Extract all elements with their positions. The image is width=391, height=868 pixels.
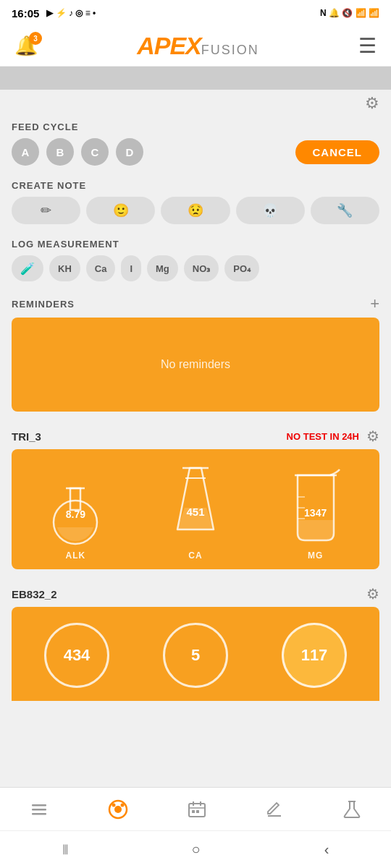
notification-badge: 3 bbox=[29, 32, 42, 45]
android-home-button[interactable]: ○ bbox=[192, 841, 201, 858]
tri3-measurements: 8.79 ALK 451 CA bbox=[12, 449, 379, 569]
log-btn-no3[interactable]: NO₃ bbox=[184, 255, 219, 281]
nav-flask-button[interactable] bbox=[342, 799, 362, 820]
create-note-label: CREATE NOTE bbox=[12, 180, 379, 191]
tri3-ca-label: CA bbox=[188, 550, 202, 561]
svg-point-19 bbox=[120, 803, 124, 807]
eb832-nh3-value: 117 bbox=[301, 646, 328, 665]
settings-row: ⚙ bbox=[0, 90, 391, 113]
log-btn-kh[interactable]: KH bbox=[49, 255, 80, 281]
eb832-no3-value: 434 bbox=[64, 646, 91, 665]
log-measurement-label: LOG MEASUREMENT bbox=[12, 239, 379, 250]
status-time: 16:05 bbox=[12, 7, 39, 20]
status-icons: ▶ ⚡ ♪ ◎ ≡ • bbox=[46, 8, 96, 18]
eb832-no2-item: 5 bbox=[163, 623, 228, 688]
feed-btn-a[interactable]: A bbox=[12, 138, 39, 166]
note-buttons-row: ✏ 🙂 😟 💀 🔧 bbox=[12, 197, 379, 224]
list-nav-icon bbox=[29, 799, 49, 820]
note-btn-skull[interactable]: 💀 bbox=[236, 197, 305, 224]
tri3-name: TRI_3 bbox=[12, 430, 41, 443]
tri3-alk-flask-wrapper: 8.79 bbox=[43, 468, 108, 548]
tri3-alk-item: 8.79 ALK bbox=[43, 468, 108, 561]
reminders-label: REMINDERS bbox=[12, 299, 75, 310]
note-btn-pencil[interactable]: ✏ bbox=[12, 197, 80, 224]
eb832-measurements: 434 5 117 bbox=[12, 607, 379, 701]
tri3-settings-icon[interactable]: ⚙ bbox=[366, 427, 379, 445]
add-reminder-button[interactable]: + bbox=[370, 294, 379, 313]
android-nav: ⦀ ○ ‹ bbox=[0, 830, 391, 868]
feed-btn-c[interactable]: C bbox=[81, 138, 109, 166]
tri3-warning: NO TEST IN 24H bbox=[287, 431, 359, 442]
tri3-alk-value: 8.79 bbox=[66, 509, 85, 520]
eb832-nh3-item: 117 bbox=[282, 623, 347, 688]
tri3-mg-label: MG bbox=[308, 550, 323, 561]
cancel-button[interactable]: CANCEL bbox=[295, 140, 380, 164]
nav-dashboard-button[interactable] bbox=[106, 798, 130, 821]
eb832-header: EB832_2 ⚙ bbox=[0, 578, 391, 607]
android-recent-button[interactable]: ⦀ bbox=[62, 841, 68, 858]
menu-button[interactable]: ☰ bbox=[358, 36, 377, 56]
log-btn-mg[interactable]: Mg bbox=[147, 255, 178, 281]
svg-rect-15 bbox=[32, 813, 46, 815]
flask-nav-icon bbox=[342, 799, 362, 820]
feed-btn-d[interactable]: D bbox=[116, 138, 143, 166]
notification-bell-wrapper[interactable]: 🔔 3 bbox=[14, 35, 38, 57]
log-btn-i[interactable]: I bbox=[121, 255, 141, 281]
no-reminders-text: No reminders bbox=[161, 358, 230, 371]
log-measurement-section: LOG MEASUREMENT 🧪 KH Ca I Mg NO₃ PO₄ bbox=[0, 230, 391, 287]
nav-list-button[interactable] bbox=[29, 799, 49, 820]
eb832-no2-circle: 5 bbox=[163, 623, 228, 688]
tri3-mg-value: 1347 bbox=[304, 507, 327, 519]
nav-calendar-button[interactable] bbox=[187, 799, 207, 820]
log-btn-ca[interactable]: Ca bbox=[86, 255, 116, 281]
svg-rect-24 bbox=[192, 810, 195, 813]
feed-cycle-label: FEED CYCLE bbox=[12, 122, 379, 132]
tri3-mg-flask-wrapper: 1347 bbox=[283, 468, 348, 548]
create-note-section: CREATE NOTE ✏ 🙂 😟 💀 🔧 bbox=[0, 171, 391, 230]
nav-edit-button[interactable] bbox=[264, 799, 285, 820]
edit-nav-icon bbox=[264, 799, 285, 820]
main-settings-gear-icon[interactable]: ⚙ bbox=[365, 94, 379, 113]
dashboard-nav-icon bbox=[106, 798, 130, 821]
reminders-box: No reminders bbox=[12, 318, 379, 412]
top-nav: 🔔 3 APEX FUSION ☰ bbox=[0, 26, 391, 67]
calendar-nav-icon bbox=[187, 799, 207, 820]
reminders-header: REMINDERS + bbox=[0, 287, 391, 318]
svg-rect-14 bbox=[32, 809, 46, 811]
svg-point-18 bbox=[112, 803, 115, 807]
eb832-no3-item: 434 bbox=[44, 623, 109, 688]
note-btn-sad[interactable]: 😟 bbox=[161, 197, 230, 224]
note-btn-smile[interactable]: 🙂 bbox=[86, 197, 155, 224]
alk-flask-icon bbox=[43, 468, 108, 548]
tri3-header: TRI_3 NO TEST IN 24H ⚙ bbox=[0, 420, 391, 449]
eb832-nh3-circle: 117 bbox=[282, 623, 347, 688]
gray-bar bbox=[0, 67, 391, 90]
eb832-name: EB832_2 bbox=[12, 588, 57, 600]
logo-fusion: FUSION bbox=[201, 43, 259, 58]
log-btn-po4[interactable]: PO₄ bbox=[224, 255, 259, 281]
log-buttons-row: 🧪 KH Ca I Mg NO₃ PO₄ bbox=[12, 255, 379, 281]
svg-rect-13 bbox=[32, 804, 46, 807]
status-left: 16:05 ▶ ⚡ ♪ ◎ ≡ • bbox=[12, 7, 96, 20]
eb832-settings-icon[interactable]: ⚙ bbox=[366, 585, 379, 603]
android-back-button[interactable]: ‹ bbox=[324, 841, 329, 858]
log-btn-flask[interactable]: 🧪 bbox=[12, 255, 43, 281]
tri3-mg-item: 1347 MG bbox=[283, 468, 348, 561]
logo-apex: APEX bbox=[137, 32, 201, 60]
feed-cycle-row: A B C D CANCEL bbox=[12, 138, 379, 166]
ca-flask-icon bbox=[159, 461, 232, 548]
note-btn-wrench[interactable]: 🔧 bbox=[311, 197, 379, 224]
tri3-ca-value: 451 bbox=[186, 506, 204, 518]
svg-rect-1 bbox=[70, 488, 80, 510]
feed-cycle-section: FEED CYCLE A B C D CANCEL bbox=[0, 113, 391, 171]
tri3-ca-item: 451 CA bbox=[159, 461, 232, 561]
bottom-nav bbox=[0, 787, 391, 830]
eb832-no2-value: 5 bbox=[191, 646, 200, 665]
eb832-no3-circle: 434 bbox=[44, 623, 109, 688]
network-icons: N 🔔 🔇 📶 📶 bbox=[320, 8, 379, 18]
status-bar: 16:05 ▶ ⚡ ♪ ◎ ≡ • N 🔔 🔇 📶 📶 bbox=[0, 0, 391, 26]
feed-btn-b[interactable]: B bbox=[46, 138, 74, 166]
tri3-alk-label: ALK bbox=[65, 550, 85, 561]
svg-point-17 bbox=[114, 806, 122, 813]
app-logo: APEX FUSION bbox=[137, 32, 259, 60]
